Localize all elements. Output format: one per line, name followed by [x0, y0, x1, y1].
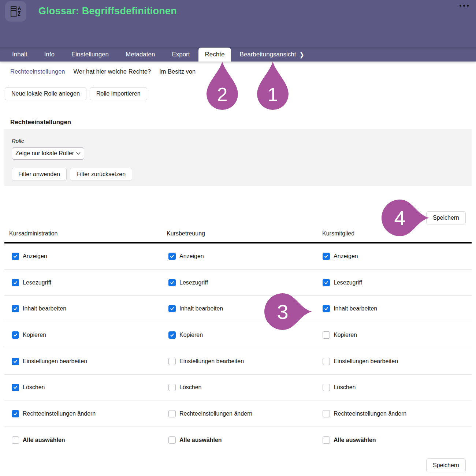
check-icon: [170, 254, 175, 259]
chevron-right-icon: ❯: [300, 51, 304, 58]
permission-cell: Rechteeinstellungen ändern: [317, 410, 472, 417]
permission-label: Rechteeinstellungen ändern: [23, 410, 96, 417]
permission-cell: Alle auswählen: [162, 436, 317, 444]
permission-row: KopierenKopierenKopieren: [4, 322, 472, 349]
permission-checkbox[interactable]: [323, 253, 330, 260]
permission-label: Rechteeinstellungen ändern: [334, 410, 406, 417]
tab-label: Export: [172, 51, 190, 58]
tab-inhalt[interactable]: Inhalt: [4, 48, 36, 62]
permission-checkbox[interactable]: [168, 358, 176, 365]
permissions-column-headers: KursadministrationKursbetreuungKursmitgl…: [4, 230, 472, 237]
permission-checkbox[interactable]: [12, 410, 19, 417]
permission-checkbox[interactable]: [12, 253, 19, 260]
tab-bar: InhaltInfoEinstellungenMetadatenExportRe…: [0, 47, 476, 62]
permission-label: Einstellungen bearbeiten: [334, 358, 398, 365]
check-icon: [13, 332, 18, 338]
permission-cell: Löschen: [317, 384, 472, 391]
rolle-importieren-button[interactable]: Rolle importieren: [90, 87, 147, 100]
permission-row: Inhalt bearbeitenInhalt bearbeitenInhalt…: [4, 296, 472, 322]
permission-label: Alle auswählen: [179, 437, 222, 443]
permission-checkbox[interactable]: [168, 331, 176, 339]
permission-cell: Anzeigen: [317, 253, 472, 260]
permission-checkbox[interactable]: [168, 305, 176, 312]
subnav-item-im-besitz-von[interactable]: Im Besitz von: [159, 68, 196, 75]
subnav-item-wer-hat-hier-welche-rechte[interactable]: Wer hat hier welche Rechte?: [74, 68, 151, 75]
tab-label: Einstellungen: [71, 51, 109, 58]
save-button-bottom[interactable]: Speichern: [426, 458, 466, 472]
permission-checkbox[interactable]: [323, 384, 330, 391]
permission-label: Inhalt bearbeiten: [23, 305, 66, 312]
tab-metadaten[interactable]: Metadaten: [117, 48, 163, 62]
annotation-number: 4: [394, 208, 405, 228]
permission-checkbox[interactable]: [168, 279, 176, 286]
role-select[interactable]: Zeige nur lokale Rollen: [12, 147, 84, 160]
permission-checkbox[interactable]: [168, 253, 176, 260]
check-icon: [170, 332, 175, 338]
permission-checkbox[interactable]: [12, 384, 19, 391]
permission-cell: Lesezugriff: [317, 279, 472, 286]
role-actions: Neue lokale Rolle anlegenRolle importier…: [0, 87, 476, 100]
tab-rechte[interactable]: Rechte: [198, 48, 231, 62]
permission-label: Inhalt bearbeiten: [179, 305, 223, 312]
permission-row: Einstellungen bearbeitenEinstellungen be…: [4, 348, 472, 375]
permission-cell: Einstellungen bearbeiten: [4, 358, 162, 365]
permission-cell: Einstellungen bearbeiten: [162, 358, 317, 365]
check-icon: [170, 306, 175, 311]
check-icon: [324, 254, 329, 259]
permission-row: Alle auswählenAlle auswählenAlle auswähl…: [4, 427, 472, 453]
permission-checkbox[interactable]: [12, 358, 19, 365]
tab-bearbeitungsansicht[interactable]: Bearbeitungsansicht❯: [231, 48, 312, 62]
role-label: Rolle: [12, 138, 464, 144]
filter-reset-button[interactable]: Filter zurücksetzen: [70, 168, 132, 181]
glossary-az-icon: A Z: [5, 1, 26, 22]
permission-label: Anzeigen: [179, 253, 204, 260]
permission-checkbox[interactable]: [12, 331, 19, 339]
filter-buttons: Filter anwenden Filter zurücksetzen: [12, 168, 464, 181]
filter-apply-button[interactable]: Filter anwenden: [12, 168, 67, 181]
permission-checkbox[interactable]: [323, 331, 330, 339]
permission-checkbox[interactable]: [12, 279, 19, 286]
neue-lokale-rolle-anlegen-button[interactable]: Neue lokale Rolle anlegen: [5, 87, 86, 100]
tab-label: Rechte: [205, 51, 225, 58]
permission-checkbox[interactable]: [323, 410, 330, 417]
permission-label: Kopieren: [179, 332, 203, 338]
permission-label: Löschen: [334, 384, 356, 391]
check-icon: [13, 411, 18, 416]
permission-checkbox[interactable]: [168, 384, 176, 391]
permission-checkbox[interactable]: [323, 279, 330, 286]
filter-panel: Rolle Zeige nur lokale Rollen Filter anw…: [4, 129, 472, 186]
permission-cell: Einstellungen bearbeiten: [317, 358, 472, 365]
permission-checkbox[interactable]: [323, 358, 330, 365]
permissions-table: AnzeigenAnzeigenAnzeigenLesezugriffLesez…: [4, 243, 472, 453]
check-icon: [13, 254, 18, 259]
permission-label: Löschen: [23, 384, 45, 391]
permission-label: Anzeigen: [334, 253, 358, 260]
page-title: Glossar: Begriffsdefinitionen: [38, 5, 177, 17]
permission-row: AnzeigenAnzeigenAnzeigen: [4, 243, 472, 270]
tab-info[interactable]: Info: [36, 48, 63, 62]
permission-checkbox[interactable]: [168, 436, 176, 444]
permission-label: Rechteeinstellungen ändern: [179, 410, 252, 417]
subnav: RechteeinstellungenWer hat hier welche R…: [0, 62, 476, 75]
check-icon: [324, 280, 329, 285]
page: A Z Glossar: Begriffsdefinitionen Inhalt…: [0, 0, 476, 476]
permission-checkbox[interactable]: [323, 305, 330, 312]
tab-export[interactable]: Export: [163, 48, 198, 62]
permission-checkbox[interactable]: [12, 436, 19, 444]
permission-label: Inhalt bearbeiten: [334, 305, 377, 312]
permission-checkbox[interactable]: [168, 410, 176, 417]
subnav-item-rechteeinstellungen[interactable]: Rechteeinstellungen: [10, 68, 65, 75]
permission-cell: Löschen: [162, 384, 317, 391]
permission-cell: Löschen: [4, 384, 162, 391]
tab-label: Inhalt: [12, 51, 27, 58]
ellipsis-icon[interactable]: [460, 5, 469, 7]
tab-einstellungen[interactable]: Einstellungen: [63, 48, 117, 62]
permission-cell: Kopieren: [317, 331, 472, 339]
permission-checkbox[interactable]: [12, 305, 19, 312]
permission-checkbox[interactable]: [323, 436, 330, 444]
permission-row: Rechteeinstellungen ändernRechteeinstell…: [4, 401, 472, 427]
check-icon: [170, 280, 175, 285]
permission-cell: Rechteeinstellungen ändern: [162, 410, 317, 417]
save-button-top[interactable]: Speichern: [426, 211, 466, 224]
permission-cell: Kopieren: [162, 331, 317, 339]
